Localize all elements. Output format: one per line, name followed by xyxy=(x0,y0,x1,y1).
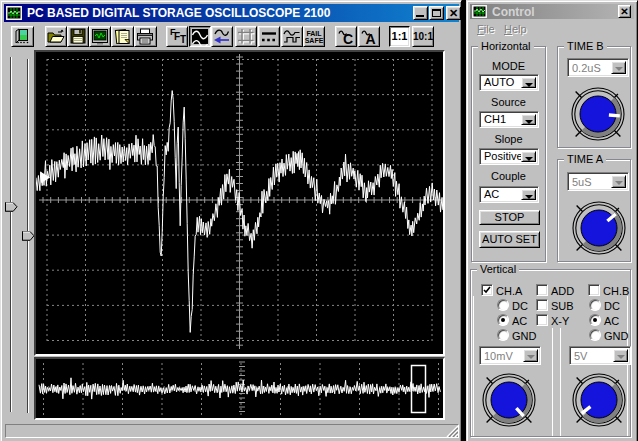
svg-text:T: T xyxy=(180,34,186,45)
svg-text:C: C xyxy=(343,31,353,46)
svg-text:A: A xyxy=(366,31,376,46)
